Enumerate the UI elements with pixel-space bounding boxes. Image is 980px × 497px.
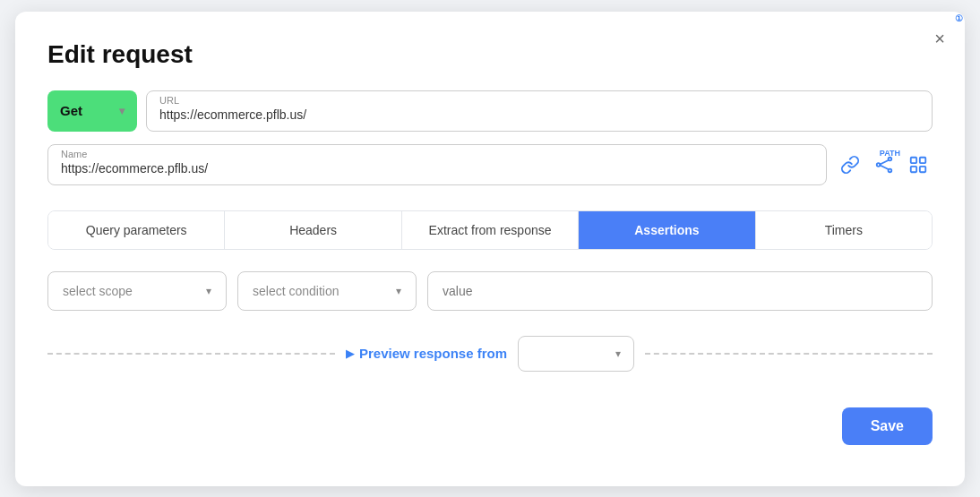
settings-icon-button[interactable]: ① <box>904 150 933 179</box>
badge-number: ① <box>955 13 963 23</box>
svg-rect-5 <box>911 157 916 162</box>
scope-select-input[interactable]: select scope <box>63 284 199 298</box>
modal-title: Edit request <box>47 40 933 69</box>
preview-row: ▶ Preview response from ▾ <box>47 336 933 372</box>
svg-rect-7 <box>911 166 916 171</box>
svg-rect-6 <box>920 157 925 162</box>
play-icon: ▶ <box>346 347 354 360</box>
path-icon <box>874 155 894 175</box>
scope-chevron-icon: ▾ <box>206 285 211 297</box>
method-dropdown[interactable]: Get Post Put Delete Patch ▾ <box>47 90 137 132</box>
preview-dropdown-chevron-icon: ▾ <box>615 347 621 360</box>
save-button[interactable]: Save <box>842 407 933 445</box>
url-row: Get Post Put Delete Patch ▾ URL <box>47 90 933 132</box>
edit-request-modal: × Edit request Get Post Put Delete Patch… <box>15 12 965 486</box>
tab-assertions[interactable]: Assertions <box>579 211 755 249</box>
tab-extract-from-response[interactable]: Extract from response <box>402 211 579 249</box>
preview-label: Preview response from <box>359 346 507 361</box>
dashed-line-left <box>47 353 335 355</box>
tabs-row: Query parameters Headers Extract from re… <box>47 210 933 250</box>
svg-line-3 <box>880 159 888 164</box>
name-input[interactable] <box>61 161 813 176</box>
tab-headers[interactable]: Headers <box>225 211 401 249</box>
value-input[interactable] <box>427 271 933 311</box>
footer-row: Save <box>47 407 933 445</box>
condition-select-wrapper[interactable]: select condition ▾ <box>237 271 417 311</box>
close-button[interactable]: × <box>934 30 945 47</box>
preview-response-button[interactable]: ▶ Preview response from <box>346 346 507 361</box>
icon-buttons-group: PATH ① <box>836 150 933 179</box>
name-field-wrapper: Name <box>47 144 827 185</box>
url-input[interactable] <box>159 107 919 122</box>
condition-select-input[interactable]: select condition <box>253 284 389 298</box>
preview-dropdown-wrapper[interactable]: ▾ <box>518 336 634 372</box>
assertions-row: select scope ▾ select condition ▾ <box>47 271 933 311</box>
method-select-input[interactable]: Get Post Put Delete Patch <box>60 103 114 118</box>
method-chevron-icon: ▾ <box>119 105 125 117</box>
link-icon-button[interactable] <box>836 150 864 179</box>
name-row: Name PATH ① <box>47 144 933 185</box>
settings-icon <box>908 155 928 175</box>
svg-rect-8 <box>920 166 925 171</box>
svg-line-4 <box>880 165 888 169</box>
path-icon-button[interactable]: PATH <box>870 150 898 179</box>
scope-select-wrapper[interactable]: select scope ▾ <box>47 271 227 311</box>
tab-timers[interactable]: Timers <box>756 211 932 249</box>
link-icon <box>840 155 860 175</box>
dashed-line-right <box>645 353 933 355</box>
url-field-wrapper: URL <box>146 90 933 132</box>
condition-chevron-icon: ▾ <box>396 285 401 297</box>
name-label: Name <box>61 149 87 159</box>
tab-query-parameters[interactable]: Query parameters <box>48 211 225 249</box>
path-badge-label: PATH <box>880 149 900 158</box>
url-label: URL <box>159 95 179 106</box>
